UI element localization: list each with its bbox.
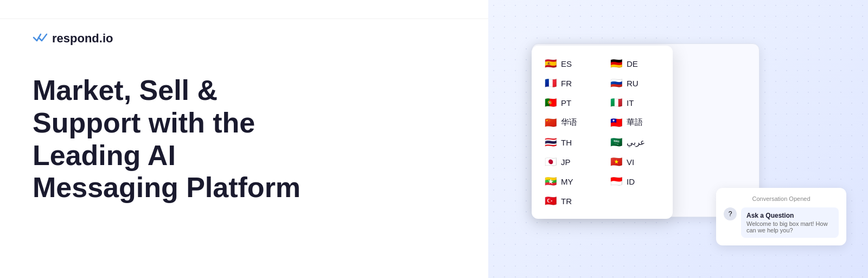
flag-tr: 🇹🇷 [545,196,557,206]
lang-label: MY [561,177,573,186]
flag-de: 🇩🇪 [610,59,622,68]
flag-華語: 🇹🇼 [610,118,622,128]
lang-option-عربي[interactable]: 🇸🇦عربي [610,135,660,149]
logo-text: respond.io [52,31,113,46]
lang-label: 華語 [627,117,643,128]
lang-label: FR [561,79,572,88]
flag-es: 🇪🇸 [545,59,557,68]
lang-label: ID [627,177,635,186]
lang-label: TH [561,138,572,147]
flag-عربي: 🇸🇦 [610,137,622,147]
lang-label: ES [561,59,572,68]
flag-vi: 🇻🇳 [610,157,622,167]
flag-my: 🇲🇲 [545,176,557,186]
chat-bubble: Ask a Question Welcome to big box mart! … [741,207,839,238]
language-dropdown: 🇪🇸ES🇩🇪DE🇫🇷FR🇷🇺RU🇵🇹PT🇮🇹IT🇨🇳华语🇹🇼華語🇹🇭TH🇸🇦عر… [532,46,673,219]
lang-option-华语[interactable]: 🇨🇳华语 [545,115,594,130]
lang-option-de[interactable]: 🇩🇪DE [610,56,660,71]
lang-label: عربي [627,137,645,147]
lang-label: 华语 [561,117,577,128]
flag-th: 🇹🇭 [545,137,557,147]
logo-icon [33,31,48,46]
lang-option-ru[interactable]: 🇷🇺RU [610,76,660,90]
chat-icon: ? [724,207,737,220]
conversation-message: ? Ask a Question Welcome to big box mart… [724,207,839,238]
conversation-opened-label: Conversation Opened [724,195,839,202]
chat-title: Ask a Question [746,212,833,219]
lang-option-vi[interactable]: 🇻🇳VI [610,155,660,169]
logo[interactable]: respond.io [33,31,113,46]
flag-id: 🇮🇩 [610,176,622,186]
flag-华语: 🇨🇳 [545,118,557,128]
lang-label: JP [561,157,571,167]
chat-message: Welcome to big box mart! How can we help… [746,220,833,233]
flag-pt: 🇵🇹 [545,98,557,108]
flag-fr: 🇫🇷 [545,78,557,88]
lang-option-pt[interactable]: 🇵🇹PT [545,96,594,110]
lang-option-id[interactable]: 🇮🇩ID [610,174,660,188]
flag-jp: 🇯🇵 [545,157,557,167]
conversation-card: Conversation Opened ? Ask a Question Wel… [716,188,846,245]
lang-label: DE [627,59,638,68]
lang-option-es[interactable]: 🇪🇸ES [545,56,594,71]
lang-label: IT [627,98,634,108]
lang-label: TR [561,197,572,206]
lang-option-it[interactable]: 🇮🇹IT [610,96,660,110]
flag-it: 🇮🇹 [610,98,622,108]
lang-option-jp[interactable]: 🇯🇵JP [545,155,594,169]
lang-label: RU [627,79,639,88]
lang-label: VI [627,157,634,167]
flag-ru: 🇷🇺 [610,78,622,88]
lang-option-my[interactable]: 🇲🇲MY [545,174,594,188]
lang-option-fr[interactable]: 🇫🇷FR [545,76,594,90]
lang-option-tr[interactable]: 🇹🇷TR [545,194,594,208]
lang-label: PT [561,98,571,108]
lang-option-th[interactable]: 🇹🇭TH [545,135,594,149]
hero-title: Market, Sell & Support with the Leading … [33,74,315,204]
lang-option-華語[interactable]: 🇹🇼華語 [610,115,660,130]
